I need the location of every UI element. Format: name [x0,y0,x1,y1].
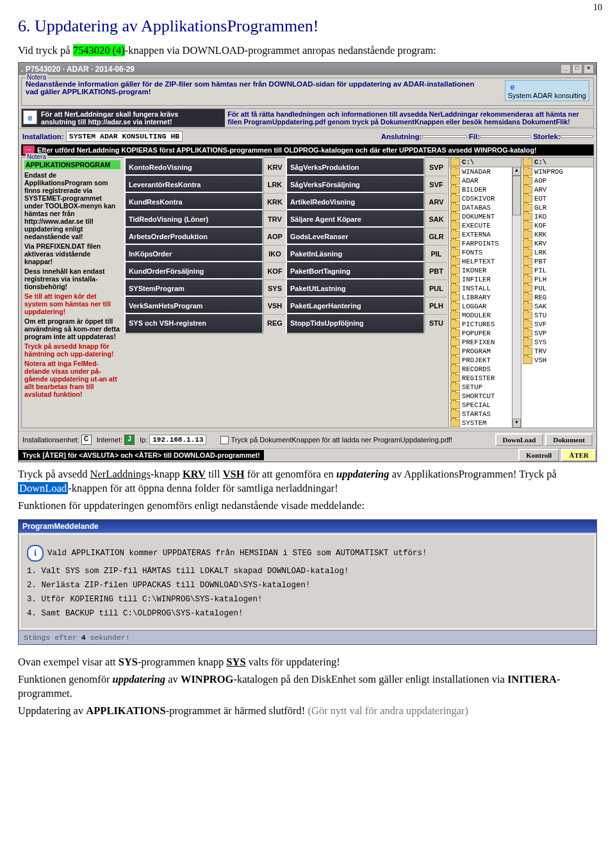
folder-item[interactable]: REGISTER [449,374,521,383]
program-col-1: KontoRedoVisningKRVLeverantörResKontraLR… [124,159,286,426]
program-code: PBT [425,263,447,280]
folder-list-1: C:\WINADARADARBILDERCDSKIVORDATABASDOKUM… [448,158,521,428]
folder-item[interactable]: PREFIXEN [449,338,521,347]
program-row: ArbetsOrderProduktionAOP [124,228,286,245]
program-row: ArtikelRedoVisningARV [286,193,447,210]
scrollbar[interactable]: ▲▼ [512,167,521,428]
program-code: LRK [263,176,286,193]
dialog-body: iVald APPLIKATION kommer UPPDATERAS från… [20,534,595,629]
folder-item[interactable]: PIL [521,266,593,275]
ater-button[interactable]: ÅTER [561,449,596,462]
dokument-button[interactable]: Dokument [545,433,593,446]
notera-box-1: Notera Nedanstående information gäller f… [21,78,594,106]
folder-item[interactable]: POPUPER [449,329,521,338]
kontroll-button[interactable]: Kontroll [518,449,559,462]
program-code: KOF [263,263,286,280]
folder-item[interactable]: PICTURES [449,320,521,329]
program-code: KRV [263,159,286,176]
ie-icon: e [23,110,37,124]
folder-item[interactable]: DOKUMENT [449,212,521,221]
folder-item[interactable]: CDSKIVOR [449,194,521,203]
folder-item[interactable]: EXECUTE [449,221,521,230]
folder-item[interactable]: SHORTCUT [449,392,521,401]
program-code: PIL [425,246,447,262]
para-4: Ovan exempel visar att SYS-programmen kn… [18,655,597,669]
download-button[interactable]: DownLoad [495,433,544,446]
folder-item[interactable]: SAK [521,302,593,311]
program-code: AOP [263,228,286,245]
folder-item[interactable]: ADAR [449,176,521,185]
folder-item[interactable]: MODULER [449,311,521,320]
folder-item[interactable]: IKO [521,212,593,221]
program-row: InKöpsOrderIKO [124,245,286,262]
folder-item[interactable]: LIBRARY [449,293,521,302]
folder-item[interactable]: ARV [521,185,593,194]
folder-item[interactable]: DATABAS [449,203,521,212]
program-code: SVP [425,159,447,176]
program-code: STU [425,315,447,331]
folder-item[interactable]: TRV [521,347,593,356]
program-row: PaketUtLastningPUL [286,280,447,297]
page-number: 10 [593,3,602,13]
program-row: SågVerksFörsäljningSVF [286,176,447,193]
program-code: SYS [263,280,286,297]
folder-item[interactable]: STU [521,311,593,320]
folder-item[interactable]: GLR [521,203,593,212]
folder-item[interactable]: REG [521,293,593,302]
info-icon: i [27,545,44,562]
folder-item[interactable]: FARPOINTS [449,239,521,248]
folder-item[interactable]: BILDER [449,185,521,194]
close-button[interactable]: × [584,64,594,74]
program-code: REG [263,315,286,331]
folder-item[interactable]: AOP [521,176,593,185]
folder-item[interactable]: PLH [521,275,593,284]
folder-item[interactable]: IKONER [449,266,521,275]
folder-item[interactable]: WINADAR [449,167,521,176]
folder-item[interactable]: WINPROG [521,167,593,176]
folder-item[interactable]: EXTERNA [449,230,521,239]
folder-item[interactable]: SYSTEM [449,419,521,428]
doc-checkbox[interactable] [220,436,229,444]
folder-item[interactable]: EOT [521,194,593,203]
folder-item[interactable]: INSTALL [449,284,521,293]
program-code: KRK [263,194,286,210]
folder-item[interactable]: LOGGAR [449,302,521,311]
folder-item[interactable]: RECORDS [449,365,521,374]
folder-item[interactable]: KRK [521,230,593,239]
program-row: PaketBortTagningPBT [286,262,447,280]
folder-item[interactable]: PUL [521,284,593,293]
sysadar-link[interactable]: eSystem ADAR konsulting [505,80,589,101]
folder-list-2: C:\WINPROGAOPARVEOTGLRIKOKOFKRKKRVLRKPBT… [521,158,593,428]
program-code: PUL [425,280,447,297]
ie-row: e För att NerLaddningar skall fungera kr… [21,108,594,128]
folder-item[interactable]: STARTAS [449,410,521,419]
para-3: Funktionen för uppdateringen genomförs e… [18,499,597,512]
folder-item[interactable]: LRK [521,248,593,257]
min-button[interactable]: _ [561,64,571,74]
folder-item[interactable]: HELPTEXT [449,257,521,266]
program-row: KontoRedoVisningKRV [124,159,286,176]
para-5: Funktionen genomför uppdatering av WINPR… [18,672,597,700]
folder-item[interactable]: PBT [521,257,593,266]
folder-item[interactable]: PROGRAM [449,347,521,356]
folder-item[interactable]: SETUP [449,383,521,392]
folder-item[interactable]: VSH [521,356,593,365]
folder-item[interactable]: KRV [521,239,593,248]
max-button[interactable]: □ [572,64,582,74]
program-row: KundOrderFörsäljningKOF [124,262,286,280]
folder-item[interactable]: FONTS [449,248,521,257]
program-row: PaketInLäsningPIL [286,245,447,262]
intro-para: Vid tryck på 7543020 (4)-knappen via DOW… [18,44,597,57]
program-button[interactable]: SYS och VSH-registren [124,313,263,334]
folder-item[interactable]: INFILER [449,275,521,284]
folder-item[interactable]: SPECIAL [449,401,521,410]
program-button[interactable]: StoppTidsUppföljning [286,313,425,334]
folder-item[interactable]: SYS [521,338,593,347]
folder-item[interactable]: SVP [521,329,593,338]
titlebar: . P7543020 · ADAR · 2014-06-29 _ □ × [19,63,596,75]
folder-item[interactable]: KOF [521,221,593,230]
folder-item[interactable]: SVF [521,320,593,329]
main-area: Notera APPLIKATIONSPROGRAM Endast de App… [21,157,594,428]
program-code: PLH [425,297,447,314]
folder-item[interactable]: PROJEKT [449,356,521,365]
